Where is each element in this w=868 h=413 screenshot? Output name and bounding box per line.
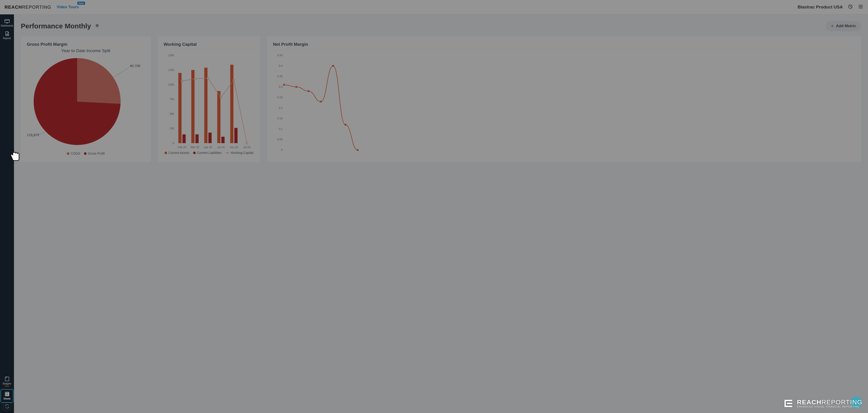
- new-badge: New: [78, 2, 85, 5]
- card-net-profit-margin: Net Profit Margin 00.050.10.150.20.250.3…: [267, 36, 861, 162]
- svg-rect-11: [5, 392, 9, 396]
- page-title: Performance Monthly: [21, 22, 91, 30]
- svg-rect-28: [182, 134, 186, 143]
- svg-text:0.1: 0.1: [279, 127, 283, 131]
- svg-text:Jun 20: Jun 20: [230, 146, 238, 149]
- company-selector[interactable]: Blastrac Product USA: [798, 5, 843, 10]
- svg-text:Apr 20: Apr 20: [204, 146, 212, 149]
- chart-legend: Current AssetsCurrent LiabilitiesWorking…: [164, 151, 254, 154]
- svg-text:0.2: 0.2: [279, 106, 283, 109]
- svg-rect-69: [787, 403, 792, 404]
- chart-legend: COGSGross Profit: [27, 151, 145, 155]
- card-gross-profit-margin: Gross Profit Margin Year to Date Income …: [21, 36, 151, 162]
- plus-icon: +: [831, 23, 834, 29]
- main-content: Performance Monthly + Add Metric Gross P…: [14, 14, 868, 413]
- svg-point-46: [220, 97, 222, 98]
- svg-point-59: [283, 84, 285, 86]
- svg-text:150k: 150k: [168, 54, 175, 57]
- svg-text:0.4: 0.4: [279, 64, 283, 67]
- watermark-logo: REACHREPORTING ENHANCED VISUAL FINANCIAL…: [783, 399, 863, 408]
- svg-point-45: [207, 77, 209, 79]
- svg-point-43: [181, 80, 183, 82]
- sidebar-item-budgets[interactable]: Budgets Beta: [0, 375, 14, 389]
- svg-rect-9: [5, 377, 9, 381]
- card-title: Net Profit Margin: [273, 42, 855, 47]
- svg-point-47: [233, 79, 235, 81]
- svg-rect-33: [204, 68, 208, 143]
- sidebar-item-label: Reports: [3, 37, 11, 40]
- line-chart: 00.050.10.150.20.250.30.350.40.45: [273, 54, 360, 157]
- sidebar-item-reports[interactable]: Reports: [0, 29, 14, 42]
- svg-text:25k: 25k: [170, 127, 175, 130]
- svg-rect-7: [7, 33, 7, 35]
- svg-rect-10: [6, 377, 7, 378]
- svg-rect-3: [5, 20, 9, 23]
- svg-rect-40: [234, 128, 238, 143]
- svg-point-44: [194, 78, 196, 79]
- svg-text:Mar 20: Mar 20: [191, 146, 199, 149]
- svg-rect-36: [217, 91, 220, 143]
- svg-rect-37: [221, 137, 224, 143]
- svg-point-65: [357, 149, 359, 151]
- sidebar-item-dashboards[interactable]: Dashboards: [0, 17, 14, 29]
- gear-icon[interactable]: [95, 24, 99, 29]
- svg-point-48: [246, 142, 248, 144]
- svg-text:Feb 20: Feb 20: [178, 146, 187, 149]
- chart-subtitle: Year to Date Income Split: [27, 48, 145, 53]
- svg-rect-30: [191, 70, 194, 143]
- svg-text:Jul 19: Jul 19: [217, 146, 224, 149]
- svg-text:Jul 20: Jul 20: [243, 146, 251, 149]
- svg-text:0: 0: [173, 142, 174, 145]
- svg-rect-8: [8, 34, 8, 35]
- hamburger-menu-icon[interactable]: [858, 4, 863, 10]
- svg-point-63: [332, 65, 334, 67]
- svg-rect-39: [230, 65, 234, 143]
- svg-text:0.45: 0.45: [277, 54, 283, 57]
- svg-point-64: [344, 124, 346, 126]
- svg-text:50k: 50k: [170, 112, 175, 115]
- video-tours-link[interactable]: Video Tours New: [57, 5, 79, 9]
- card-title: Working Capital: [164, 42, 254, 47]
- svg-point-60: [296, 86, 297, 88]
- svg-text:125k: 125k: [168, 68, 175, 72]
- sidebar-item-label: Sheets: [3, 398, 10, 400]
- sidebar: Dashboards Reports Budgets Beta Sheets: [0, 14, 14, 413]
- svg-text:0.15: 0.15: [277, 117, 283, 120]
- svg-line-16: [114, 68, 129, 77]
- add-metric-button[interactable]: + Add Metric: [826, 21, 861, 31]
- svg-point-61: [308, 90, 309, 92]
- card-title: Gross Profit Margin: [27, 42, 145, 47]
- svg-text:0.35: 0.35: [277, 75, 283, 78]
- card-working-capital: Working Capital 025k50k75k100k125k150kFe…: [158, 36, 260, 162]
- svg-rect-34: [209, 133, 212, 143]
- sync-button[interactable]: [3, 403, 11, 410]
- svg-text:0.25: 0.25: [277, 96, 283, 99]
- beta-badge: Beta: [0, 385, 14, 387]
- svg-text:100k: 100k: [168, 83, 175, 86]
- svg-point-62: [320, 101, 322, 102]
- svg-text:116,972: 116,972: [27, 133, 39, 137]
- svg-rect-31: [195, 134, 198, 143]
- brand-logo: REACHREPORTING: [5, 5, 51, 10]
- theme-toggle-icon[interactable]: [848, 4, 853, 10]
- svg-text:0.3: 0.3: [279, 85, 283, 89]
- app-header: REACHREPORTING Video Tours New Blastrac …: [0, 0, 868, 14]
- sidebar-item-label: Budgets: [3, 382, 11, 385]
- pie-chart: 40,709116,972: [27, 57, 145, 151]
- svg-rect-68: [784, 406, 792, 407]
- svg-rect-27: [178, 73, 182, 143]
- svg-text:0: 0: [281, 148, 283, 151]
- sidebar-item-label: Dashboards: [1, 25, 13, 27]
- sidebar-item-sheets[interactable]: Sheets: [1, 389, 13, 403]
- svg-text:40,709: 40,709: [130, 64, 140, 68]
- svg-text:0.05: 0.05: [277, 138, 283, 141]
- svg-rect-6: [6, 34, 7, 35]
- bar-chart: 025k50k75k100k125k150kFeb 20Mar 20Apr 20…: [164, 54, 255, 150]
- svg-text:75k: 75k: [170, 98, 175, 101]
